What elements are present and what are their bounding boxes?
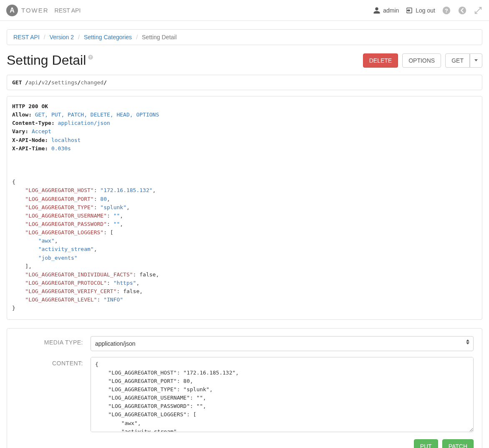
page-title: Setting Detail ? — [7, 53, 93, 68]
user-icon — [373, 7, 381, 14]
breadcrumb-link[interactable]: Version 2 — [50, 34, 74, 40]
patch-button[interactable]: PATCH — [442, 439, 474, 448]
brand-sub: REST API — [55, 7, 81, 14]
nav-user-label: admin — [383, 7, 399, 14]
put-button[interactable]: PUT — [414, 439, 438, 448]
get-button-group: GET — [445, 53, 482, 68]
request-line: GET /api/v2/settings/changed/ — [7, 75, 482, 90]
options-button[interactable]: OPTIONS — [402, 53, 441, 68]
breadcrumb-link[interactable]: REST API — [13, 34, 40, 40]
breadcrumb: REST API/Version 2/Setting Categories/Se… — [7, 29, 482, 45]
breadcrumb-link[interactable]: Setting Categories — [84, 34, 132, 40]
navbar: A TOWER REST API admin Log out ? — [0, 0, 489, 21]
brand-word: TOWER — [21, 7, 49, 14]
get-dropdown-toggle[interactable] — [470, 53, 482, 68]
media-type-select[interactable]: application/json — [91, 336, 474, 351]
page-title-text: Setting Detail — [7, 53, 86, 68]
expand-button[interactable] — [474, 6, 483, 15]
action-buttons: DELETE OPTIONS GET — [363, 53, 482, 68]
content-textarea[interactable] — [91, 357, 474, 432]
breadcrumb-separator: / — [43, 34, 46, 40]
delete-button[interactable]: DELETE — [363, 53, 398, 68]
tower-logo-icon: A — [6, 5, 18, 16]
expand-icon — [474, 6, 483, 15]
breadcrumb-separator: / — [135, 34, 139, 40]
media-type-label: MEDIA TYPE: — [15, 336, 91, 346]
help-icon[interactable]: ? — [88, 54, 93, 61]
nav-logout[interactable]: Log out — [406, 7, 435, 14]
help-icon: ? — [442, 6, 451, 15]
breadcrumb-active: Setting Detail — [142, 34, 176, 40]
nav-user[interactable]: admin — [373, 7, 399, 14]
logout-icon — [406, 7, 413, 14]
svg-text:?: ? — [90, 56, 92, 59]
content-label: CONTENT: — [15, 357, 91, 367]
form-panel: MEDIA TYPE: application/json CONTENT: PU… — [7, 328, 482, 448]
help-button[interactable]: ? — [442, 6, 451, 15]
nav-logout-label: Log out — [416, 7, 435, 14]
svg-text:?: ? — [445, 7, 448, 13]
response-block: HTTP 200 OK Allow: GET, PUT, PATCH, DELE… — [7, 96, 482, 320]
back-button[interactable] — [458, 6, 467, 15]
caret-down-icon — [474, 59, 478, 61]
breadcrumb-separator: / — [77, 34, 81, 40]
get-button[interactable]: GET — [445, 53, 470, 68]
navbar-brand: A TOWER REST API — [6, 5, 81, 16]
back-icon — [458, 6, 467, 15]
svg-point-2 — [459, 6, 466, 14]
